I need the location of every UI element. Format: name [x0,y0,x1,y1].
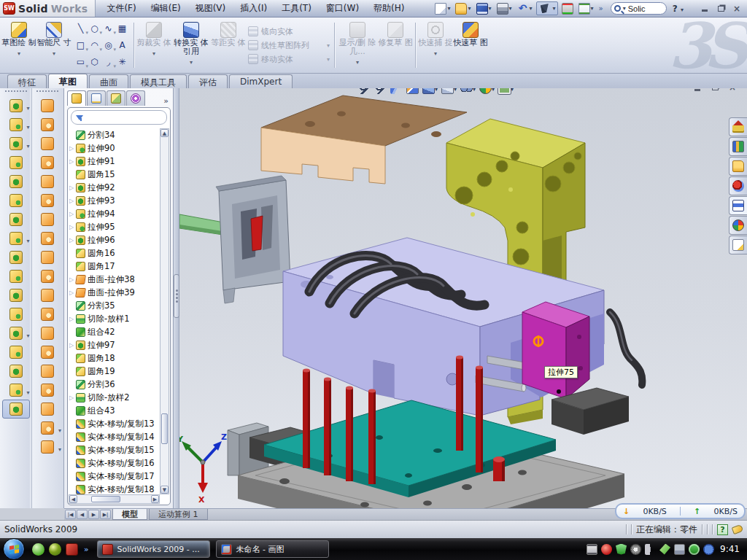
tree-item[interactable]: 组合43 [69,404,160,417]
untrim-surface-button[interactable] [34,324,61,343]
doc-minimize-button[interactable] [692,88,703,93]
section-view-button[interactable] [406,88,419,95]
taskbar-clock[interactable]: 9:41 [720,544,740,554]
tree-item[interactable]: 拉伸90 [69,141,160,155]
ribbon-tab[interactable]: 曲面 [89,74,128,88]
expand-arrow-icon[interactable] [69,316,76,322]
task-button[interactable]: SolidWorks 2009 - ... [97,540,210,558]
tree-item[interactable]: 实体-移动/复制16 [69,456,160,470]
ribbon-tab[interactable]: 模具工具 [130,74,187,88]
point-tool-button[interactable]: ✳ [115,54,129,71]
tree-item[interactable]: 拉伸91 [69,155,160,168]
search-input[interactable] [628,4,660,13]
expand-arrow-icon[interactable] [69,329,76,335]
expand-arrow-icon[interactable] [69,473,76,480]
toolbar-grip[interactable] [5,90,27,93]
tab-nav-button[interactable]: ◀ [77,510,88,519]
linear-pattern-button[interactable] [2,229,30,248]
expand-arrow-icon[interactable] [69,224,76,230]
zoom-area-button[interactable] [374,88,387,95]
planar-surface-button[interactable] [34,210,61,229]
file-explorer-tab[interactable] [729,157,747,176]
security-center-icon[interactable] [49,543,61,556]
trim-surface-button[interactable] [34,134,61,153]
solidworks-launcher-icon[interactable] [66,543,78,556]
minimize-button[interactable] [699,4,711,14]
messenger-icon[interactable] [32,543,44,556]
swept-surface-button[interactable] [34,96,61,115]
draft-button[interactable] [2,210,30,229]
convert-entities-button[interactable]: 转换实 体引用 [171,20,211,71]
tree-item[interactable]: 拉伸95 [69,220,160,233]
rectangle-tool-button[interactable]: □ [74,37,88,54]
tree-item[interactable]: 拉伸92 [69,181,160,194]
display-delete-relations-button[interactable]: 显示/删 除几... [337,20,378,71]
model-tab[interactable]: 模型 [112,509,147,520]
expand-arrow-icon[interactable] [69,394,76,401]
text-tool-button[interactable]: A [115,37,129,54]
menu-item[interactable]: 视图(V) [189,1,233,16]
scroll-thumb[interactable] [91,496,120,502]
part-magenta-block[interactable] [522,302,589,399]
scroll-left-arrow[interactable]: ◀ [69,495,77,503]
expand-arrow-icon[interactable] [69,132,76,139]
combine-bodies-button[interactable] [2,248,30,267]
quick-snaps-button[interactable]: 快速捕 捉 [418,20,453,71]
expand-arrow-icon[interactable] [69,434,76,440]
offset-surface-button[interactable] [34,191,61,210]
pin-button[interactable] [417,2,431,15]
ribbon-tab[interactable]: 草图 [48,74,88,88]
quick-launch-overflow[interactable]: » [84,545,88,553]
input-keyboard-tray-icon[interactable] [587,544,597,555]
search-box[interactable]: ▾ [611,2,667,15]
print-button[interactable]: ▾ [495,2,514,15]
tree-item[interactable]: 圆角16 [69,246,160,260]
search-dropdown-icon[interactable]: ▾ [623,5,626,12]
start-button[interactable] [3,538,25,560]
dimxpertmanager-tab[interactable] [126,90,145,106]
reference-geometry-button[interactable] [2,324,30,343]
expand-arrow-icon[interactable] [69,303,76,309]
tree-item[interactable]: 拉伸93 [69,194,160,207]
scroll-thumb[interactable] [161,413,168,444]
expand-arrow-icon[interactable] [69,250,76,257]
quick-tips-button[interactable]: ? [717,524,728,535]
tree-item[interactable]: 圆角18 [69,351,160,365]
extend-surface-button[interactable] [34,153,61,172]
polygon-tool-button[interactable]: ⬡ [88,54,101,71]
fillet-surface-button[interactable] [34,400,61,419]
task-button[interactable]: 未命名 - 画图 [216,540,329,558]
curves-2-button[interactable] [34,438,61,456]
dome-button[interactable] [34,381,61,400]
menu-item[interactable]: 文件(F) [100,1,142,16]
tree-item[interactable]: 切除-放样2 [69,391,160,404]
shield-green-tray-icon[interactable] [616,544,627,555]
graphics-area[interactable]: Y Z X [179,88,747,508]
open-button[interactable]: ▾ [454,2,472,15]
move-copy-body-button[interactable] [2,305,30,324]
hide-show-items-button[interactable] [460,88,476,95]
tree-item[interactable]: 实体-移动/复制18 [69,483,160,494]
tree-item[interactable]: 实体-移动/复制13 [69,417,160,430]
antivirus-red-tray-icon[interactable] [601,544,612,555]
slot-tool-button[interactable]: ▭ [74,54,88,71]
tab-nav-button[interactable]: ▶| [100,510,111,519]
thicken-button[interactable] [34,248,61,267]
tags-icon[interactable] [732,524,744,534]
expand-arrow-icon[interactable] [69,171,76,178]
select-button[interactable]: ▾ [536,1,558,15]
sketch-fillet-tool-button[interactable]: ◞ [101,54,115,71]
tab-nav-button[interactable]: ▶ [88,510,99,519]
freeform-button[interactable] [34,362,61,381]
previous-view-button[interactable] [390,88,403,95]
offset-entities-button[interactable]: 等距实 体 [211,20,246,71]
restore-button[interactable] [715,4,727,14]
tree-item[interactable]: 实体-移动/复制14 [69,430,160,443]
search-results-tab[interactable] [729,176,747,195]
tree-item[interactable]: 拉伸94 [69,207,160,220]
panel-tabs-overflow[interactable]: » [160,96,171,106]
curves-button[interactable] [2,381,30,400]
part-gray-insert-block[interactable] [216,176,290,303]
reference-plane-button[interactable] [2,343,30,362]
new-document-button[interactable]: ▾ [433,2,452,15]
